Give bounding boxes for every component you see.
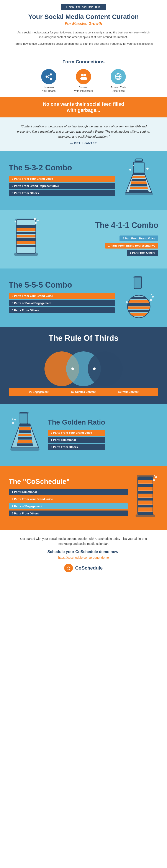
combo-411-title: The 4-1-1 Combo	[95, 221, 158, 230]
combo-555-section: The 5-5-5 Combo 5 Parts From Your Brand …	[0, 269, 167, 327]
venn-svg	[23, 349, 144, 388]
thirds-label-1: 1/3 Engagement	[29, 391, 48, 394]
svg-point-29	[133, 165, 134, 166]
combo-411-part-3: 1 Part From Others	[127, 250, 158, 256]
combo-555-title: The 5-5-5 Combo	[9, 280, 115, 289]
golden-parts: 3 Parts From Your Brand Voice 1 Part Pro…	[48, 430, 105, 450]
combo-411-section: The 4-1-1 Combo 4 Part From Brand Voice …	[0, 210, 167, 269]
combo-555-flask	[119, 275, 158, 318]
experience-label: Expand TheirExperience	[110, 86, 126, 93]
flask-411-svg	[12, 216, 40, 260]
svg-marker-70	[20, 424, 30, 427]
coschedule-part-1: 1 Part Promotional	[9, 489, 128, 495]
svg-point-101	[69, 567, 70, 567]
svg-marker-23	[129, 190, 149, 192]
golden-content: The Golden Ratio 3 Parts From Your Brand…	[48, 418, 105, 450]
svg-point-59	[152, 296, 154, 298]
combo-555-layout: The 5-5-5 Combo 5 Parts From Your Brand …	[9, 275, 158, 318]
golden-part-2: 1 Part Promotional	[48, 437, 105, 443]
svg-marker-22	[130, 187, 148, 189]
svg-point-44	[34, 218, 36, 220]
combo-555-parts: 5 Parts From Your Brand Voice 5 Parts of…	[9, 293, 115, 313]
combo-555-left: The 5-5-5 Combo 5 Parts From Your Brand …	[9, 280, 115, 313]
svg-marker-74	[18, 437, 32, 439]
quote-author: — BETH KANTER	[13, 142, 154, 145]
svg-rect-85	[138, 480, 153, 483]
combo-532-left: The 5-3-2 Combo 3 Parts From Your Brand …	[9, 163, 115, 196]
combo-532-layout: The 5-3-2 Combo 3 Parts From Your Brand …	[9, 158, 158, 201]
svg-point-99	[155, 476, 157, 478]
quote-section: "Content curation is the process of sort…	[0, 117, 167, 151]
rule-thirds-title: The Rule Of Thirds	[9, 334, 158, 343]
logo-label: CoSchedule	[75, 565, 103, 571]
footer-url[interactable]: https://coschedule.com/product-demo	[13, 556, 154, 559]
svg-line-3	[46, 74, 51, 76]
intro-text-1: As a social media curator for your follo…	[13, 30, 154, 39]
quote-text: "Content curation is the process of sort…	[13, 124, 154, 140]
combo-532-parts: 3 Parts From Your Brand Voice 2 Parts Fr…	[9, 176, 115, 196]
coschedule-combo-section: The "CoSchedule" 1 Part Promotional 2 Pa…	[0, 466, 167, 530]
icon-item-experience: Expand TheirExperience	[107, 69, 129, 93]
svg-rect-33	[16, 241, 36, 244]
svg-rect-89	[138, 494, 153, 497]
svg-point-58	[149, 299, 152, 301]
svg-rect-51	[128, 303, 150, 306]
golden-ratio-section: The Golden Ratio 3 Parts From Your Brand…	[0, 404, 167, 466]
combo-532-title: The 5-3-2 Combo	[9, 163, 115, 172]
svg-rect-79	[19, 412, 29, 414]
thirds-label-3: 1/3 Your Content	[118, 391, 139, 394]
svg-rect-36	[16, 231, 36, 234]
share-icon	[41, 69, 56, 84]
golden-title: The Golden Ratio	[48, 418, 105, 426]
svg-marker-21	[130, 184, 147, 186]
combo-411-layout: The 4-1-1 Combo 4 Part From Brand Voice …	[9, 216, 158, 260]
combo-555-part-1: 5 Parts From Your Brand Voice	[9, 293, 115, 299]
orange-banner: No one wants their social feed filledwit…	[0, 97, 167, 117]
svg-marker-76	[17, 443, 33, 446]
coschedule-part-4: 5 Parts From Others	[9, 510, 128, 516]
svg-point-43	[37, 220, 39, 221]
svg-rect-92	[138, 505, 153, 507]
svg-point-8	[83, 77, 87, 80]
flask-golden-svg	[9, 411, 41, 457]
svg-marker-71	[19, 427, 31, 430]
venn-diagram	[9, 349, 158, 388]
svg-point-61	[126, 301, 128, 303]
combo-411-part-2: 1 Parts From Brand Representative	[105, 243, 158, 249]
intro-text-2: Here is how to use CoSchedule's social c…	[13, 42, 154, 46]
combo-532-part-1: 3 Parts From Your Brand Voice	[9, 176, 115, 182]
combo-411-part-1: 4 Part From Brand Voice	[120, 236, 158, 241]
svg-rect-26	[125, 192, 153, 195]
svg-point-45	[14, 221, 16, 222]
svg-rect-93	[138, 508, 153, 511]
thirds-label-2: 1/3 Curated Content	[71, 391, 96, 394]
svg-rect-68	[21, 413, 27, 424]
golden-flask	[9, 411, 41, 457]
svg-point-0	[50, 73, 52, 75]
svg-marker-18	[132, 176, 145, 178]
footer-section: Get started with your social media conte…	[0, 530, 167, 579]
influencers-label: ConnectWith Influencers	[74, 86, 93, 93]
coschedule-part-3: 2 Parts of Engagement	[9, 503, 128, 509]
icons-row: IncreaseYour Reach ConnectWith Influence…	[9, 69, 158, 93]
svg-marker-72	[19, 430, 31, 433]
svg-line-4	[46, 76, 51, 79]
svg-point-60	[151, 294, 152, 295]
footer-cta: Schedule your CoSchedule demo now:	[13, 550, 154, 554]
svg-rect-97	[136, 515, 155, 517]
flask-532-svg	[122, 158, 156, 201]
combo-532-part-2: 2 Parts From Brand Representative	[9, 183, 115, 189]
svg-rect-52	[128, 307, 150, 309]
coschedule-flask	[132, 472, 158, 521]
svg-point-81	[14, 419, 16, 421]
svg-point-5	[81, 74, 84, 76]
combo-555-part-3: 5 Parts From Others	[9, 307, 115, 313]
svg-rect-91	[138, 501, 153, 504]
svg-rect-96	[137, 475, 154, 478]
svg-rect-90	[138, 498, 153, 500]
svg-rect-53	[128, 310, 150, 312]
svg-point-100	[154, 475, 155, 476]
svg-rect-32	[16, 245, 36, 247]
svg-rect-50	[128, 300, 150, 303]
flask-coschedule-svg	[132, 472, 158, 520]
